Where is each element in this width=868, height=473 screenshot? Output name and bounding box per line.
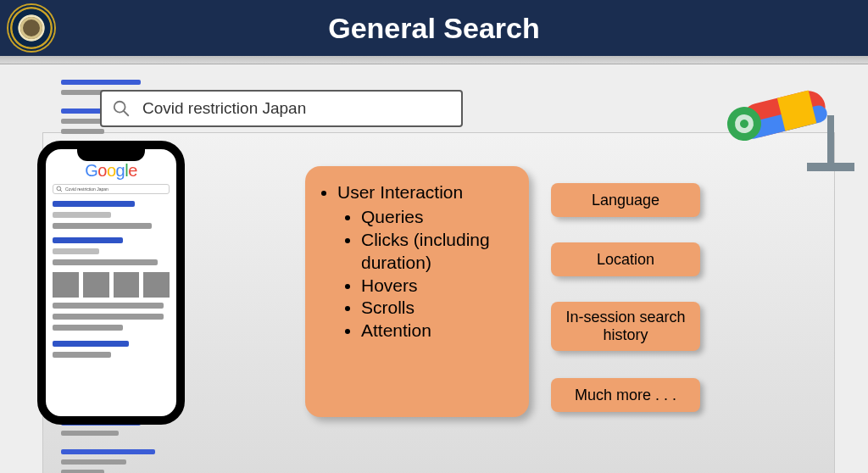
google-logo: Google bbox=[53, 161, 170, 181]
phone-mockup: Google Covid restriction Japan bbox=[37, 141, 185, 425]
svg-rect-5 bbox=[807, 163, 854, 171]
header-underline bbox=[0, 56, 868, 64]
much-more-box: Much more . . . bbox=[551, 378, 700, 412]
serp-skeleton-bottom bbox=[61, 420, 205, 473]
svg-point-2 bbox=[57, 186, 61, 191]
location-box: Location bbox=[551, 242, 700, 276]
interaction-item: Clicks (including duration) bbox=[361, 229, 517, 275]
phone-search-text: Covid restriction Japan bbox=[65, 186, 108, 192]
phone-image-grid bbox=[53, 272, 170, 298]
search-query-text: Covid restriction Japan bbox=[142, 99, 306, 118]
slide-title: General Search bbox=[0, 12, 868, 45]
phone-notch bbox=[77, 147, 145, 161]
phone-search-bar: Covid restriction Japan bbox=[53, 184, 170, 194]
interaction-item: Scrolls bbox=[361, 297, 517, 320]
phone-screen: Google Covid restriction Japan bbox=[53, 161, 170, 408]
header-bar: General Search bbox=[0, 0, 868, 56]
surveillance-camera-icon bbox=[726, 78, 861, 197]
search-icon bbox=[112, 99, 131, 118]
user-interaction-heading: User Interaction bbox=[337, 182, 463, 202]
svg-line-3 bbox=[60, 190, 62, 192]
search-bar[interactable]: Covid restriction Japan bbox=[100, 90, 463, 127]
interaction-item: Attention bbox=[361, 320, 517, 342]
slide-stage: Covid restriction Japan Google Covid res… bbox=[0, 64, 868, 473]
interaction-item: Queries bbox=[361, 206, 517, 229]
interaction-item: Hovers bbox=[361, 275, 517, 298]
search-history-box: In-session search history bbox=[551, 302, 700, 351]
svg-line-1 bbox=[124, 111, 129, 116]
user-interaction-box: User Interaction Queries Clicks (includi… bbox=[305, 166, 529, 417]
svg-rect-4 bbox=[827, 115, 834, 164]
language-box: Language bbox=[551, 183, 700, 217]
phone-search-icon bbox=[56, 186, 63, 192]
